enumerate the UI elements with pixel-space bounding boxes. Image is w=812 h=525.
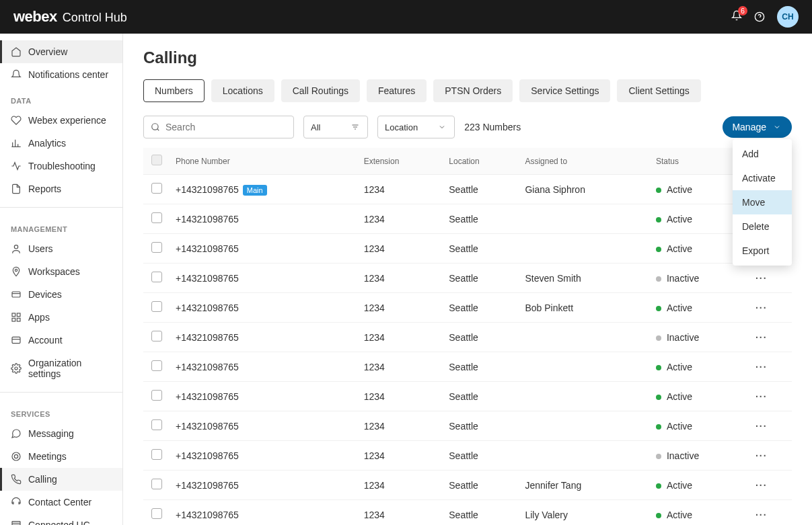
tab-client-settings[interactable]: Client Settings — [617, 79, 700, 102]
tab-service-settings[interactable]: Service Settings — [519, 79, 610, 102]
sidebar-item-label: Analytics — [28, 138, 66, 149]
manage-button[interactable]: Manage — [723, 116, 792, 138]
table-row[interactable]: +14321098765 1234 Seattle Active ··· — [143, 382, 792, 411]
row-actions-button[interactable]: ··· — [755, 273, 768, 284]
avatar[interactable]: CH — [777, 6, 799, 28]
sidebar-item-label: Troubleshooting — [28, 161, 96, 171]
tab-ptsn-orders[interactable]: PTSN Orders — [433, 79, 513, 102]
filter-location[interactable]: Location — [377, 116, 455, 138]
sidebar-item-connected-uc[interactable]: Connected UC — [0, 514, 122, 525]
sidebar-item-contact-center[interactable]: Contact Center — [0, 491, 122, 514]
row-actions-button[interactable]: ··· — [755, 391, 768, 402]
table-row[interactable]: +14321098765 1234 Seattle Active ··· — [143, 352, 792, 382]
row-checkbox[interactable] — [151, 301, 162, 312]
cell-assigned: Steven Smith — [519, 264, 651, 293]
manage-menu-add[interactable]: Add — [733, 142, 792, 166]
chart-icon — [11, 138, 22, 149]
cell-location: Seattle — [443, 293, 519, 323]
row-actions-button[interactable]: ··· — [755, 510, 768, 520]
sidebar-item-users[interactable]: Users — [0, 237, 122, 260]
sidebar-item-troubleshooting[interactable]: Troubleshooting — [0, 155, 122, 177]
row-checkbox[interactable] — [151, 272, 162, 282]
brand-subtitle: Control Hub — [63, 11, 127, 25]
table-row[interactable]: +14321098765 1234 Seattle Bob Pinkett Ac… — [143, 293, 792, 323]
sidebar-item-apps[interactable]: Apps — [0, 306, 122, 329]
table-row[interactable]: +14321098765 1234 Seattle Active ··· — [143, 234, 792, 264]
row-checkbox[interactable] — [151, 508, 162, 519]
table-row[interactable]: +14321098765 1234 Seattle Active ··· — [143, 411, 792, 441]
row-checkbox[interactable] — [151, 212, 162, 223]
sidebar-item-devices[interactable]: Devices — [0, 283, 122, 306]
tab-features[interactable]: Features — [367, 79, 427, 102]
help-icon[interactable] — [754, 11, 765, 22]
sidebar-item-reports[interactable]: Reports — [0, 177, 122, 200]
cell-location: Seattle — [443, 471, 519, 500]
manage-button-label: Manage — [732, 122, 766, 132]
row-checkbox[interactable] — [151, 479, 162, 489]
manage-menu-delete[interactable]: Delete — [733, 214, 792, 239]
row-actions-button[interactable]: ··· — [755, 480, 768, 491]
table-row[interactable]: +14321098765 1234 Seattle Inactive ··· — [143, 441, 792, 471]
row-actions-button[interactable]: ··· — [755, 332, 768, 343]
table-row[interactable]: +14321098765 1234 Seattle Jennifer Tang … — [143, 471, 792, 500]
sidebar-item-label: Reports — [28, 184, 61, 194]
svg-rect-13 — [17, 318, 20, 321]
row-checkbox[interactable] — [151, 242, 162, 253]
svg-point-6 — [14, 245, 17, 249]
cell-extension: 1234 — [359, 411, 444, 441]
cell-status: Inactive — [651, 264, 750, 293]
sidebar-item-messaging[interactable]: Messaging — [0, 422, 122, 445]
manage-menu-activate[interactable]: Activate — [733, 166, 792, 190]
select-all-checkbox[interactable] — [151, 155, 162, 165]
sidebar-heading: DATA — [0, 86, 122, 109]
sidebar-item-workspaces[interactable]: Workspaces — [0, 260, 122, 283]
filter-all[interactable]: All — [303, 116, 368, 138]
cell-assigned: Jennifer Tang — [519, 471, 651, 500]
row-actions-button[interactable]: ··· — [755, 362, 768, 372]
tab-locations[interactable]: Locations — [211, 79, 274, 102]
sidebar-item-organization-settings[interactable]: Organization settings — [0, 352, 122, 385]
table-row[interactable]: +14321098765 1234 Seattle Steven Smith I… — [143, 264, 792, 293]
search-input[interactable] — [143, 116, 294, 138]
column-header — [143, 148, 170, 175]
row-checkbox[interactable] — [151, 360, 162, 371]
sidebar-item-notifications-center[interactable]: Notifications center — [0, 63, 122, 86]
table-row[interactable]: +14321098765 1234 Seattle Lily Valery Ac… — [143, 500, 792, 526]
sidebar-item-webex-experience[interactable]: Webex experience — [0, 109, 122, 132]
svg-point-16 — [15, 367, 17, 370]
row-checkbox[interactable] — [151, 449, 162, 460]
apps-icon — [11, 312, 22, 323]
tab-numbers[interactable]: Numbers — [143, 79, 205, 102]
sidebar-item-account[interactable]: Account — [0, 329, 122, 352]
sidebar-item-label: Notifications center — [28, 69, 108, 80]
notifications-button[interactable]: 6 — [731, 10, 742, 24]
table-row[interactable]: +14321098765Main 1234 Seattle Giana Siph… — [143, 175, 792, 204]
column-header: Extension — [359, 148, 444, 175]
row-checkbox[interactable] — [151, 331, 162, 341]
sidebar-item-analytics[interactable]: Analytics — [0, 132, 122, 155]
status-dot-icon — [656, 335, 661, 341]
sidebar-item-overview[interactable]: Overview — [0, 40, 122, 63]
row-checkbox[interactable] — [151, 419, 162, 430]
cell-status: Active — [651, 352, 750, 382]
manage-menu-move[interactable]: Move — [733, 190, 792, 214]
row-actions-button[interactable]: ··· — [755, 450, 768, 461]
row-checkbox[interactable] — [151, 390, 162, 401]
svg-point-18 — [14, 454, 17, 458]
cell-location: Seattle — [443, 323, 519, 352]
cell-extension: 1234 — [359, 264, 444, 293]
cell-location: Seattle — [443, 382, 519, 411]
sidebar-item-meetings[interactable]: Meetings — [0, 445, 122, 468]
table-row[interactable]: +14321098765 1234 Seattle Active ··· — [143, 204, 792, 234]
filter-location-label: Location — [385, 122, 418, 132]
column-header: Location — [443, 148, 519, 175]
manage-menu-export[interactable]: Export — [733, 239, 792, 263]
row-checkbox[interactable] — [151, 183, 162, 194]
table-row[interactable]: +14321098765 1234 Seattle Inactive ··· — [143, 323, 792, 352]
row-actions-button[interactable]: ··· — [755, 302, 768, 313]
tab-call-routings[interactable]: Call Routings — [281, 79, 360, 102]
row-actions-button[interactable]: ··· — [755, 421, 768, 432]
cell-extension: 1234 — [359, 352, 444, 382]
notification-badge: 6 — [738, 6, 747, 15]
sidebar-item-calling[interactable]: Calling — [0, 468, 122, 491]
